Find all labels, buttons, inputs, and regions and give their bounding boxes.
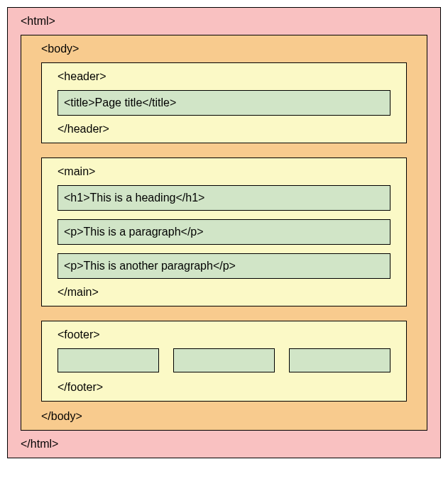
footer-cell-1 <box>58 348 159 372</box>
footer-cell-2 <box>173 348 275 372</box>
p2-content: <p>This is another paragraph</p> <box>64 260 236 272</box>
main-close-tag: </main> <box>58 279 390 299</box>
footer-cell-3 <box>289 348 390 372</box>
footer-open-tag: <footer> <box>58 328 390 348</box>
header-close-tag: </header> <box>58 116 390 136</box>
footer-box: <footer> </footer> <box>41 321 407 402</box>
footer-row <box>58 348 390 374</box>
p1-content: <p>This is a paragraph</p> <box>64 226 204 238</box>
title-box: <title>Page title</title> <box>58 90 390 116</box>
title-content: <title>Page title</title> <box>64 96 176 109</box>
header-open-tag: <header> <box>58 70 390 90</box>
body-close-tag: </body> <box>41 404 407 423</box>
p1-box: <p>This is a paragraph</p> <box>58 219 390 245</box>
h1-content: <h1>This is a heading</h1> <box>64 192 204 204</box>
header-box: <header> <title>Page title</title> </hea… <box>41 62 407 143</box>
main-box: <main> <h1>This is a heading</h1> <p>Thi… <box>41 157 407 306</box>
main-open-tag: <main> <box>58 165 390 185</box>
html-close-tag: </html> <box>21 433 427 451</box>
body-open-tag: <body> <box>41 41 407 62</box>
h1-box: <h1>This is a heading</h1> <box>58 185 390 211</box>
footer-close-tag: </footer> <box>58 374 390 394</box>
html-box: <html> <body> <header> <title>Page title… <box>7 7 441 458</box>
body-box: <body> <header> <title>Page title</title… <box>21 35 427 431</box>
p2-box: <p>This is another paragraph</p> <box>58 253 390 279</box>
html-open-tag: <html> <box>21 13 427 35</box>
